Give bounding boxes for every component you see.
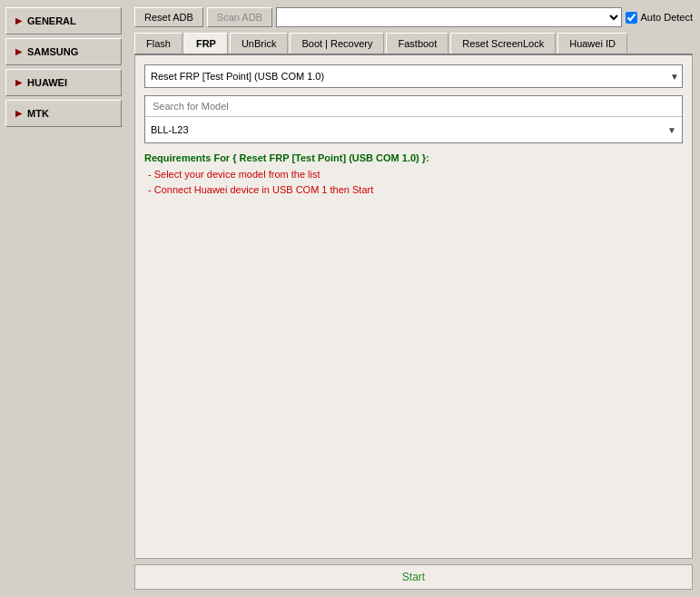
toolbar-dropdown[interactable] bbox=[276, 7, 622, 27]
method-dropdown[interactable]: Reset FRP [Test Point] (USB COM 1.0) bbox=[144, 64, 683, 88]
sidebar: ▶ GENERAL ▶ SAMSUNG ▶ HUAWEI ▶ MTK bbox=[0, 0, 127, 597]
requirement-item-1: - Select your device model from the list bbox=[144, 169, 320, 180]
arrow-icon-general: ▶ bbox=[15, 16, 22, 25]
sidebar-item-samsung[interactable]: ▶ SAMSUNG bbox=[5, 38, 122, 65]
content-panel: Reset FRP [Test Point] (USB COM 1.0) ▼ B… bbox=[134, 54, 693, 559]
sidebar-item-mtk[interactable]: ▶ MTK bbox=[5, 100, 122, 127]
sidebar-item-general[interactable]: ▶ GENERAL bbox=[5, 7, 122, 34]
auto-detect-container: Auto Detect bbox=[626, 12, 693, 24]
toolbar: Reset ADB Scan ADB Auto Detect bbox=[134, 7, 693, 27]
tab-flash[interactable]: Flash bbox=[134, 33, 182, 54]
arrow-icon-huawei: ▶ bbox=[15, 78, 22, 87]
requirements-section: Requirements For { Reset FRP [Test Point… bbox=[144, 151, 683, 549]
method-dropdown-wrapper: Reset FRP [Test Point] (USB COM 1.0) ▼ bbox=[144, 64, 683, 88]
sidebar-label-huawei: HUAWEI bbox=[27, 77, 67, 88]
arrow-icon-mtk: ▶ bbox=[15, 109, 22, 118]
sidebar-label-mtk: MTK bbox=[27, 108, 49, 119]
sidebar-item-huawei[interactable]: ▶ HUAWEI bbox=[5, 69, 122, 96]
requirements-title: Requirements For { Reset FRP [Test Point… bbox=[144, 152, 429, 163]
tab-fastboot[interactable]: Fastboot bbox=[386, 33, 449, 54]
tab-boot-recovery[interactable]: Boot | Recovery bbox=[290, 33, 384, 54]
tab-huawei-id[interactable]: Huawei ID bbox=[557, 33, 627, 54]
tab-bar: Flash FRP UnBrick Boot | Recovery Fastbo… bbox=[134, 33, 693, 54]
requirement-item-2: - Connect Huawei device in USB COM 1 the… bbox=[144, 184, 373, 195]
start-button[interactable]: Start bbox=[141, 571, 686, 583]
sidebar-label-general: GENERAL bbox=[27, 15, 76, 26]
reset-adb-button[interactable]: Reset ADB bbox=[134, 7, 203, 27]
auto-detect-label[interactable]: Auto Detect bbox=[641, 12, 693, 23]
bottom-bar: Start bbox=[134, 564, 693, 590]
main-area: Reset ADB Scan ADB Auto Detect Flash FRP… bbox=[127, 0, 700, 597]
model-search-input[interactable] bbox=[145, 96, 682, 117]
model-dropdown[interactable]: BLL-L23 bbox=[145, 117, 682, 142]
model-select-wrapper: BLL-L23 ▼ bbox=[145, 117, 682, 142]
tab-frp[interactable]: FRP bbox=[184, 33, 228, 54]
arrow-icon-samsung: ▶ bbox=[15, 47, 22, 56]
tab-reset-screenlock[interactable]: Reset ScreenLock bbox=[450, 33, 556, 54]
tab-unbrick[interactable]: UnBrick bbox=[230, 33, 289, 54]
auto-detect-checkbox[interactable] bbox=[626, 12, 637, 24]
scan-adb-button[interactable]: Scan ADB bbox=[207, 7, 272, 27]
sidebar-label-samsung: SAMSUNG bbox=[27, 46, 78, 57]
model-area: BLL-L23 ▼ bbox=[144, 95, 683, 143]
